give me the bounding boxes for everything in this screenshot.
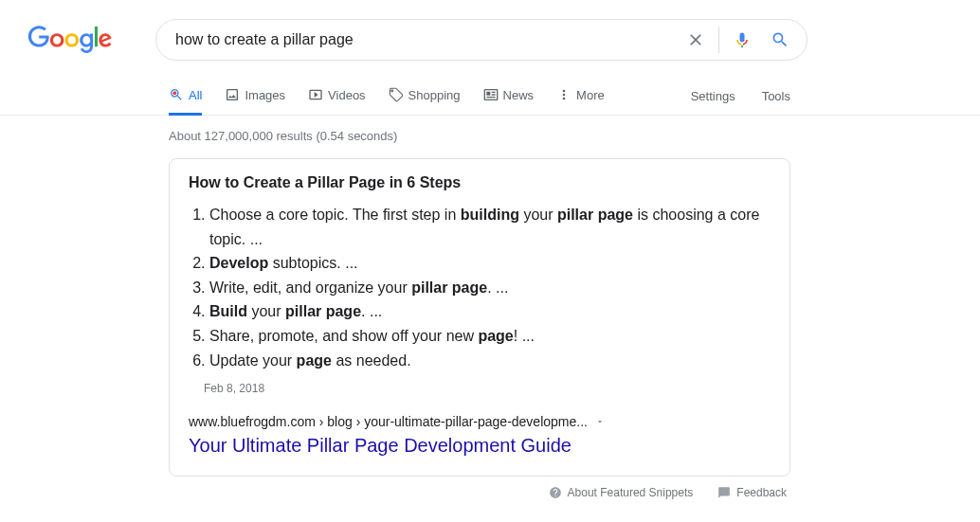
result-stats: About 127,000,000 results (0.54 seconds) xyxy=(169,116,790,158)
news-icon xyxy=(483,87,499,102)
search-box[interactable] xyxy=(155,19,808,61)
about-featured-snippets-link[interactable]: About Featured Snippets xyxy=(549,486,694,499)
tab-label: Shopping xyxy=(408,88,461,102)
search-input[interactable] xyxy=(175,31,677,48)
result-menu-caret-icon[interactable] xyxy=(595,414,605,429)
settings-link[interactable]: Settings xyxy=(691,89,735,103)
tab-label: News xyxy=(503,88,535,102)
clear-icon[interactable] xyxy=(677,21,715,59)
tools-link[interactable]: Tools xyxy=(762,89,790,103)
svg-point-0 xyxy=(172,91,176,95)
shopping-icon xyxy=(389,87,404,102)
tab-label: Videos xyxy=(328,88,366,102)
tab-label: All xyxy=(189,88,202,102)
result-title-link[interactable]: Your Ultimate Pillar Page Development Gu… xyxy=(189,435,771,457)
list-item: Share, promote, and show off your new pa… xyxy=(209,324,771,349)
featured-snippet: How to Create a Pillar Page in 6 Steps C… xyxy=(169,158,790,477)
divider xyxy=(718,27,719,53)
tab-images[interactable]: Images xyxy=(225,78,285,116)
snippet-heading: How to Create a Pillar Page in 6 Steps xyxy=(189,174,771,191)
tab-news[interactable]: News xyxy=(483,78,535,116)
images-icon xyxy=(225,87,240,102)
list-item: Build your pillar page. ... xyxy=(209,299,771,324)
help-icon xyxy=(549,486,562,499)
tab-all[interactable]: All xyxy=(169,78,202,116)
google-logo[interactable] xyxy=(27,26,114,54)
feedback-icon xyxy=(717,486,731,499)
list-item: Write, edit, and organize your pillar pa… xyxy=(209,276,771,300)
feedback-link[interactable]: Feedback xyxy=(717,486,787,499)
result-url: www.bluefrogdm.com › blog › your-ultimat… xyxy=(189,414,588,429)
tab-label: More xyxy=(576,88,605,102)
tab-more[interactable]: More xyxy=(556,78,605,116)
more-icon xyxy=(556,87,572,102)
search-icon[interactable] xyxy=(761,21,799,59)
search-small-icon xyxy=(169,87,184,102)
voice-search-icon[interactable] xyxy=(723,21,761,59)
tab-label: Images xyxy=(245,88,285,102)
list-item: Update your page as needed. xyxy=(209,349,771,373)
snippet-date: Feb 8, 2018 xyxy=(204,382,771,395)
videos-icon xyxy=(308,87,323,102)
snippet-steps-list: Choose a core topic. The first step in b… xyxy=(189,203,771,372)
list-item: Choose a core topic. The first step in b… xyxy=(209,203,771,251)
tab-videos[interactable]: Videos xyxy=(308,78,366,116)
list-item: Develop subtopics. ... xyxy=(209,251,771,276)
tab-shopping[interactable]: Shopping xyxy=(389,78,461,116)
